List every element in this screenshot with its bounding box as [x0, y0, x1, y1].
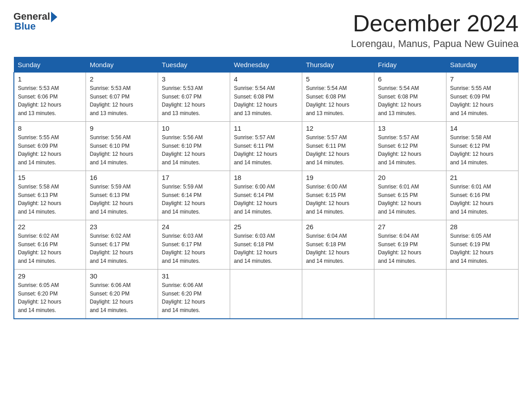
calendar-cell: 22Sunrise: 6:02 AMSunset: 6:16 PMDayligh…	[14, 220, 86, 270]
day-number: 3	[162, 75, 226, 83]
day-number: 5	[306, 75, 370, 83]
day-number: 6	[378, 75, 442, 83]
calendar-cell: 19Sunrise: 6:00 AMSunset: 6:15 PMDayligh…	[302, 171, 374, 220]
day-info: Sunrise: 6:00 AMSunset: 6:14 PMDaylight:…	[234, 184, 277, 215]
location-title: Lorengau, Manus, Papua New Guinea	[351, 38, 519, 50]
day-info: Sunrise: 6:05 AMSunset: 6:20 PMDaylight:…	[18, 282, 61, 313]
calendar-cell: 14Sunrise: 5:58 AMSunset: 6:12 PMDayligh…	[446, 122, 519, 171]
calendar-cell: 1Sunrise: 5:53 AMSunset: 6:06 PMDaylight…	[14, 73, 86, 122]
month-title: December 2024	[351, 11, 519, 36]
day-info: Sunrise: 6:06 AMSunset: 6:20 PMDaylight:…	[90, 282, 133, 313]
day-info: Sunrise: 6:01 AMSunset: 6:16 PMDaylight:…	[450, 184, 493, 215]
header-cell-monday: Monday	[86, 57, 158, 73]
calendar-cell: 12Sunrise: 5:57 AMSunset: 6:11 PMDayligh…	[302, 122, 374, 171]
day-number: 19	[306, 174, 370, 181]
calendar-week-row: 22Sunrise: 6:02 AMSunset: 6:16 PMDayligh…	[14, 220, 519, 270]
day-info: Sunrise: 6:06 AMSunset: 6:20 PMDaylight:…	[162, 282, 205, 313]
calendar-cell: 7Sunrise: 5:55 AMSunset: 6:09 PMDaylight…	[446, 73, 519, 122]
calendar-cell: 21Sunrise: 6:01 AMSunset: 6:16 PMDayligh…	[446, 171, 519, 220]
day-info: Sunrise: 6:05 AMSunset: 6:19 PMDaylight:…	[450, 233, 493, 264]
header-cell-wednesday: Wednesday	[230, 57, 302, 73]
day-number: 26	[306, 223, 370, 231]
calendar-cell: 10Sunrise: 5:56 AMSunset: 6:10 PMDayligh…	[158, 122, 230, 171]
day-info: Sunrise: 5:54 AMSunset: 6:08 PMDaylight:…	[306, 85, 349, 116]
calendar-cell: 9Sunrise: 5:56 AMSunset: 6:10 PMDaylight…	[86, 122, 158, 171]
calendar-cell: 3Sunrise: 5:53 AMSunset: 6:07 PMDaylight…	[158, 73, 230, 122]
calendar-cell: 15Sunrise: 5:58 AMSunset: 6:13 PMDayligh…	[14, 171, 86, 220]
day-info: Sunrise: 6:04 AMSunset: 6:19 PMDaylight:…	[378, 233, 421, 264]
day-number: 13	[378, 124, 442, 132]
day-info: Sunrise: 6:02 AMSunset: 6:17 PMDaylight:…	[90, 233, 133, 264]
calendar-cell	[374, 270, 446, 319]
calendar-cell: 25Sunrise: 6:03 AMSunset: 6:18 PMDayligh…	[230, 220, 302, 270]
day-info: Sunrise: 5:53 AMSunset: 6:07 PMDaylight:…	[90, 85, 133, 116]
day-number: 20	[378, 174, 442, 181]
calendar-cell: 18Sunrise: 6:00 AMSunset: 6:14 PMDayligh…	[230, 171, 302, 220]
day-number: 28	[450, 223, 515, 231]
calendar-cell: 27Sunrise: 6:04 AMSunset: 6:19 PMDayligh…	[374, 220, 446, 270]
logo: General Blue	[13, 11, 57, 32]
day-number: 29	[18, 272, 82, 280]
calendar-week-row: 8Sunrise: 5:55 AMSunset: 6:09 PMDaylight…	[14, 122, 519, 171]
day-number: 14	[450, 124, 515, 132]
day-info: Sunrise: 5:53 AMSunset: 6:06 PMDaylight:…	[18, 85, 61, 116]
day-info: Sunrise: 5:54 AMSunset: 6:08 PMDaylight:…	[378, 85, 421, 116]
day-info: Sunrise: 6:00 AMSunset: 6:15 PMDaylight:…	[306, 184, 349, 215]
day-info: Sunrise: 5:54 AMSunset: 6:08 PMDaylight:…	[234, 85, 277, 116]
day-number: 21	[450, 174, 515, 181]
calendar-cell: 16Sunrise: 5:59 AMSunset: 6:13 PMDayligh…	[86, 171, 158, 220]
calendar-cell: 20Sunrise: 6:01 AMSunset: 6:15 PMDayligh…	[374, 171, 446, 220]
day-number: 9	[90, 124, 154, 132]
calendar-cell	[302, 270, 374, 319]
day-number: 22	[18, 223, 82, 231]
header-cell-sunday: Sunday	[14, 57, 86, 73]
day-info: Sunrise: 5:58 AMSunset: 6:13 PMDaylight:…	[18, 184, 61, 215]
calendar-cell: 2Sunrise: 5:53 AMSunset: 6:07 PMDaylight…	[86, 73, 158, 122]
day-number: 23	[90, 223, 154, 231]
day-number: 2	[90, 75, 154, 83]
calendar-cell: 26Sunrise: 6:04 AMSunset: 6:18 PMDayligh…	[302, 220, 374, 270]
calendar-cell: 23Sunrise: 6:02 AMSunset: 6:17 PMDayligh…	[86, 220, 158, 270]
title-block: December 2024 Lorengau, Manus, Papua New…	[351, 11, 519, 50]
day-info: Sunrise: 6:04 AMSunset: 6:18 PMDaylight:…	[306, 233, 349, 264]
day-number: 4	[234, 75, 298, 83]
calendar-cell	[230, 270, 302, 319]
calendar-header-row: SundayMondayTuesdayWednesdayThursdayFrid…	[14, 57, 519, 73]
day-number: 25	[234, 223, 298, 231]
day-number: 17	[162, 174, 226, 181]
calendar-week-row: 1Sunrise: 5:53 AMSunset: 6:06 PMDaylight…	[14, 73, 519, 122]
day-number: 7	[450, 75, 515, 83]
header-cell-saturday: Saturday	[446, 57, 519, 73]
calendar-cell: 30Sunrise: 6:06 AMSunset: 6:20 PMDayligh…	[86, 270, 158, 319]
day-info: Sunrise: 5:57 AMSunset: 6:12 PMDaylight:…	[378, 134, 421, 166]
day-info: Sunrise: 5:55 AMSunset: 6:09 PMDaylight:…	[18, 134, 61, 166]
day-number: 18	[234, 174, 298, 181]
day-info: Sunrise: 5:58 AMSunset: 6:12 PMDaylight:…	[450, 134, 493, 166]
day-info: Sunrise: 5:53 AMSunset: 6:07 PMDaylight:…	[162, 85, 205, 116]
logo-arrow-icon	[51, 12, 57, 22]
calendar-cell: 29Sunrise: 6:05 AMSunset: 6:20 PMDayligh…	[14, 270, 86, 319]
calendar-week-row: 15Sunrise: 5:58 AMSunset: 6:13 PMDayligh…	[14, 171, 519, 220]
day-number: 30	[90, 272, 154, 280]
day-info: Sunrise: 5:55 AMSunset: 6:09 PMDaylight:…	[450, 85, 493, 116]
calendar-cell: 4Sunrise: 5:54 AMSunset: 6:08 PMDaylight…	[230, 73, 302, 122]
calendar-cell: 11Sunrise: 5:57 AMSunset: 6:11 PMDayligh…	[230, 122, 302, 171]
calendar-cell: 13Sunrise: 5:57 AMSunset: 6:12 PMDayligh…	[374, 122, 446, 171]
header-cell-thursday: Thursday	[302, 57, 374, 73]
day-number: 24	[162, 223, 226, 231]
calendar-cell: 24Sunrise: 6:03 AMSunset: 6:17 PMDayligh…	[158, 220, 230, 270]
header-cell-friday: Friday	[374, 57, 446, 73]
day-info: Sunrise: 6:02 AMSunset: 6:16 PMDaylight:…	[18, 233, 61, 264]
day-number: 27	[378, 223, 442, 231]
calendar-cell: 8Sunrise: 5:55 AMSunset: 6:09 PMDaylight…	[14, 122, 86, 171]
header-cell-tuesday: Tuesday	[158, 57, 230, 73]
day-number: 15	[18, 174, 82, 181]
day-info: Sunrise: 5:57 AMSunset: 6:11 PMDaylight:…	[306, 134, 349, 166]
day-info: Sunrise: 6:01 AMSunset: 6:15 PMDaylight:…	[378, 184, 421, 215]
calendar-cell: 5Sunrise: 5:54 AMSunset: 6:08 PMDaylight…	[302, 73, 374, 122]
calendar-cell	[446, 270, 519, 319]
logo-blue-text: Blue	[14, 21, 36, 32]
day-info: Sunrise: 5:59 AMSunset: 6:13 PMDaylight:…	[90, 184, 133, 215]
day-number: 8	[18, 124, 82, 132]
day-info: Sunrise: 5:56 AMSunset: 6:10 PMDaylight:…	[90, 134, 133, 166]
